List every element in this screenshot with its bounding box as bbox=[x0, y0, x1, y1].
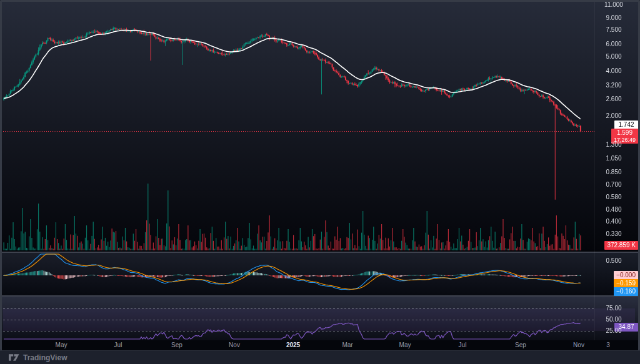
time-axis-label: Nov bbox=[573, 342, 584, 349]
time-axis-label: Nov bbox=[229, 342, 240, 349]
time-axis-label: Mar bbox=[342, 342, 352, 349]
chart-canvas[interactable] bbox=[0, 0, 640, 364]
price-tick-label: 0.850 bbox=[596, 169, 632, 176]
time-axis-label: Sep bbox=[515, 342, 526, 349]
tradingview-logo[interactable]: TradingView bbox=[9, 353, 67, 362]
rsi-tick-label: 75.00 bbox=[596, 305, 632, 312]
tradingview-logo-text: TradingView bbox=[23, 353, 67, 362]
price-tick-label: 0.700 bbox=[596, 181, 632, 189]
footer-bar: TradingView bbox=[0, 350, 640, 364]
price-tick-label: 3.200 bbox=[596, 82, 632, 89]
time-axis-label: Jul bbox=[114, 342, 122, 349]
price-tick-label: 5.000 bbox=[596, 53, 632, 61]
price-tick-label: 0.480 bbox=[596, 206, 632, 214]
tradingview-chart-window: { "window": {"width": 1024, "height": 58… bbox=[0, 0, 640, 364]
time-axis-label: Jul bbox=[459, 342, 467, 349]
price-tick-label: 6.000 bbox=[596, 41, 632, 48]
rsi-tick-label: 25.00 bbox=[596, 327, 632, 335]
time-axis-label: 2025 bbox=[286, 342, 300, 349]
time-axis-label: May bbox=[56, 342, 68, 349]
volume-value-badge: 372.859 K bbox=[604, 241, 638, 250]
price-tick-label: 4.000 bbox=[596, 67, 632, 75]
price-tick-label: 0.580 bbox=[596, 194, 632, 201]
time-axis-label: 3 bbox=[606, 342, 610, 349]
price-tick-label: 9.000 bbox=[596, 14, 632, 22]
tradingview-logo-icon bbox=[9, 353, 19, 362]
ma-value-badge: 1.742 bbox=[614, 121, 638, 129]
price-tick-label: 0.400 bbox=[596, 218, 632, 225]
macd-signal-badge: −0.159 bbox=[614, 279, 638, 288]
price-tick-label: 1.050 bbox=[596, 155, 632, 162]
time-axis-label: Sep bbox=[171, 342, 182, 349]
price-tick-label: 2.600 bbox=[596, 96, 632, 103]
rsi-tick-label: 50.00 bbox=[596, 316, 632, 323]
price-tick-label: 7.500 bbox=[596, 26, 632, 34]
macd-scale-tick: 0.500 bbox=[596, 257, 632, 265]
price-tick-label: 11.000 bbox=[596, 1, 632, 9]
time-axis[interactable]: MayJulSepNov2025MarMayJulSepNov3 bbox=[2, 340, 638, 350]
macd-line-badge: −0.160 bbox=[614, 287, 638, 296]
last-price-value: 1.599 bbox=[617, 129, 632, 136]
macd-histogram-badge: −0.000 bbox=[614, 271, 638, 280]
price-tick-label: 2.000 bbox=[596, 112, 632, 120]
price-tick-label: 1.300 bbox=[596, 141, 632, 149]
time-axis-label: May bbox=[399, 342, 411, 349]
price-tick-label: 0.330 bbox=[596, 230, 632, 238]
